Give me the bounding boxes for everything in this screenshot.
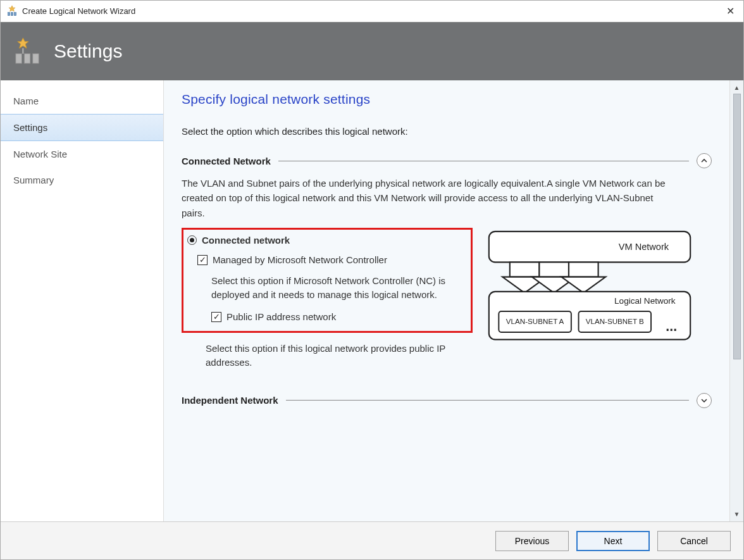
- independent-section-header: Independent Network: [182, 393, 712, 408]
- instruction-text: Select the option which describes this l…: [182, 126, 712, 137]
- sidebar-item-name[interactable]: Name: [1, 88, 163, 114]
- diagram-logical-label: Logical Network: [614, 296, 676, 306]
- svg-rect-14: [569, 262, 598, 277]
- sidebar-item-network-site[interactable]: Network Site: [1, 141, 163, 167]
- titlebar: Create Logical Network Wizard ✕: [1, 1, 743, 22]
- checkbox-icon: ✓: [211, 312, 221, 322]
- diagram-vm-label: VM Network: [619, 242, 669, 252]
- radio-label: Connected network: [202, 235, 290, 246]
- expand-independent-button[interactable]: [697, 393, 712, 408]
- window-title: Create Logical Network Wizard: [22, 6, 135, 16]
- independent-section-title: Independent Network: [182, 395, 278, 406]
- svg-rect-3: [14, 12, 16, 15]
- network-diagram: VM Network Logical Network VLAN-SUBNET A: [485, 228, 694, 346]
- cancel-button[interactable]: Cancel: [657, 531, 731, 551]
- managed-by-nc-checkbox[interactable]: ✓ Managed by Microsoft Network Controlle…: [197, 254, 464, 265]
- svg-rect-5: [16, 54, 22, 63]
- vertical-scrollbar[interactable]: ▲ ▼: [729, 80, 743, 521]
- sidebar-item-settings[interactable]: Settings: [1, 114, 163, 141]
- diagram-ellipsis: ...: [666, 319, 677, 334]
- footer: Previous Next Cancel: [1, 521, 743, 559]
- svg-marker-0: [9, 5, 15, 11]
- connected-network-radio[interactable]: Connected network: [187, 235, 464, 246]
- highlight-box: Connected network ✓ Managed by Microsoft…: [182, 228, 473, 333]
- scroll-thumb[interactable]: [733, 94, 741, 359]
- svg-marker-4: [18, 38, 28, 48]
- page-heading: Specify logical network settings: [182, 92, 712, 107]
- diagram-vlan-a: VLAN-SUBNET A: [506, 317, 564, 325]
- svg-rect-2: [11, 12, 13, 15]
- wizard-window: Create Logical Network Wizard ✕ Settings…: [0, 0, 744, 560]
- scroll-down-icon[interactable]: ▼: [734, 509, 740, 519]
- svg-rect-6: [24, 54, 30, 63]
- chevron-up-icon: [700, 157, 708, 165]
- section-divider: [278, 161, 689, 161]
- wizard-icon: [6, 5, 18, 18]
- scroll-up-icon[interactable]: ▲: [734, 83, 740, 92]
- body: Name Settings Network Site Summary Speci…: [1, 80, 743, 521]
- content-inner: Specify logical network settings Select …: [164, 80, 729, 521]
- svg-rect-12: [539, 262, 569, 277]
- section-divider: [286, 400, 689, 401]
- next-button[interactable]: Next: [576, 531, 650, 551]
- managed-label: Managed by Microsoft Network Controller: [213, 254, 387, 265]
- content: Specify logical network settings Select …: [164, 80, 743, 521]
- connected-section-header: Connected Network: [182, 153, 712, 168]
- radio-icon: [187, 235, 197, 245]
- public-ip-checkbox[interactable]: ✓ Public IP address network: [211, 311, 464, 322]
- svg-marker-15: [561, 277, 605, 292]
- connected-section-title: Connected Network: [182, 156, 271, 166]
- sidebar-item-summary[interactable]: Summary: [1, 167, 163, 193]
- managed-desc: Select this option if Microsoft Network …: [211, 274, 464, 302]
- svg-rect-10: [510, 262, 540, 277]
- previous-button[interactable]: Previous: [495, 531, 569, 551]
- chevron-down-icon: [700, 397, 708, 404]
- connected-description: The VLAN and Subnet pairs of the underly…: [182, 176, 675, 220]
- banner: Settings: [1, 22, 743, 80]
- checkbox-icon: ✓: [197, 255, 208, 265]
- collapse-connected-button[interactable]: [697, 153, 712, 168]
- svg-rect-1: [8, 12, 9, 15]
- banner-icon: [13, 37, 42, 66]
- diagram-vlan-b: VLAN-SUBNET B: [586, 317, 644, 325]
- public-ip-label: Public IP address network: [226, 311, 336, 322]
- public-ip-desc: Select this option if this logical netwo…: [206, 342, 459, 370]
- close-button[interactable]: ✕: [722, 5, 738, 17]
- svg-rect-7: [33, 54, 39, 63]
- sidebar: Name Settings Network Site Summary: [1, 80, 164, 521]
- banner-title: Settings: [54, 40, 122, 62]
